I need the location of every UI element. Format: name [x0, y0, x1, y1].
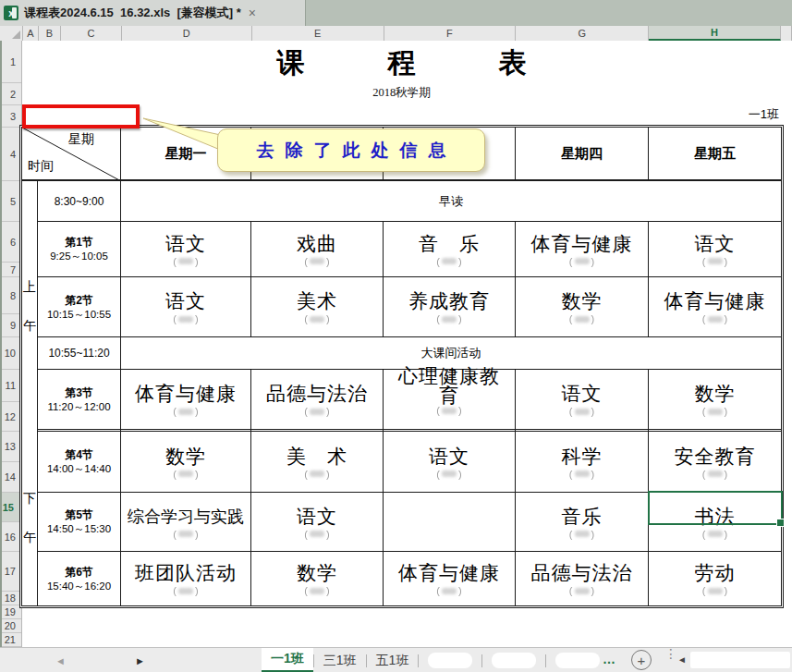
- sheet-tab-3[interactable]: 五1班: [367, 648, 419, 672]
- subject-cell[interactable]: 科学(): [516, 432, 649, 493]
- add-sheet-button[interactable]: +: [631, 650, 652, 670]
- row-header-20[interactable]: 20: [2, 619, 21, 633]
- teacher-name-censored: (): [569, 406, 594, 417]
- period-cell[interactable]: 第6节15:40～16:20: [38, 552, 121, 605]
- day-header-label: 星期五: [694, 145, 736, 163]
- col-header-H[interactable]: H: [649, 26, 781, 41]
- row-header-13[interactable]: 13: [2, 432, 21, 462]
- col-header-C[interactable]: C: [61, 26, 122, 41]
- row-header-14[interactable]: 14: [2, 462, 21, 493]
- subject-cell[interactable]: 体育与健康(): [516, 222, 649, 277]
- subject-cell[interactable]: 劳动(): [649, 552, 781, 605]
- row-header-10[interactable]: 10: [2, 337, 21, 370]
- close-icon[interactable]: ×: [249, 6, 256, 19]
- subject-cell[interactable]: 戏曲(): [251, 222, 384, 277]
- row-header-17[interactable]: 17: [2, 552, 21, 592]
- subject-cell[interactable]: 语文(): [516, 370, 649, 432]
- corner-cell-week-time[interactable]: 星期时间: [22, 128, 121, 181]
- sheet-tab-4[interactable]: [419, 648, 481, 672]
- day-header-cell[interactable]: 星期四: [516, 128, 649, 181]
- subject-cell[interactable]: 音 乐(): [384, 222, 516, 277]
- subject-cell[interactable]: 体育与健康(): [384, 552, 516, 605]
- horizontal-scrollbar[interactable]: [690, 652, 790, 668]
- subject-cell[interactable]: 语文(): [121, 277, 251, 337]
- select-all-corner[interactable]: [0, 26, 23, 41]
- row-header-16[interactable]: 16: [2, 522, 21, 552]
- censor-smudge: [708, 258, 723, 264]
- afternoon-label-cell[interactable]: 下午: [22, 432, 38, 605]
- subject-label: 语文: [695, 232, 736, 256]
- period-cell[interactable]: 第4节14:00～14:40: [38, 432, 121, 493]
- row-header-19[interactable]: 19: [2, 605, 21, 619]
- row-header-1[interactable]: 1: [2, 41, 21, 83]
- subject-cell[interactable]: 数学(): [516, 277, 649, 337]
- row-header-15[interactable]: 15: [2, 493, 21, 522]
- subject-cell[interactable]: [384, 493, 516, 552]
- subject-cell[interactable]: 班团队活动(): [121, 552, 251, 605]
- col-header-G[interactable]: G: [516, 26, 649, 41]
- row-header-9[interactable]: 9: [2, 314, 21, 337]
- row-header-5[interactable]: 5: [2, 181, 21, 222]
- subject-cell[interactable]: 语文(): [121, 222, 251, 277]
- subject-cell[interactable]: 心理健康教育(): [384, 370, 516, 432]
- col-header-D[interactable]: D: [122, 26, 252, 41]
- teacher-name-censored: (): [304, 313, 329, 324]
- row-header-18[interactable]: 18: [2, 592, 21, 605]
- subject-cell[interactable]: 品德与法治(): [516, 552, 649, 605]
- row-header-11[interactable]: 11: [2, 370, 21, 402]
- subject-cell[interactable]: 品德与法治(): [251, 370, 384, 432]
- hscroll-left-icon[interactable]: ◄: [677, 654, 687, 665]
- col-header-E[interactable]: E: [252, 26, 384, 41]
- subject-cell[interactable]: 语文(): [251, 493, 384, 552]
- subject-cell[interactable]: 安全教育(): [649, 432, 781, 493]
- subject-cell[interactable]: 数学(): [649, 370, 781, 432]
- sheet-tab-2[interactable]: 三1班: [314, 648, 366, 672]
- subject-cell[interactable]: 语文(): [649, 222, 781, 277]
- subject-cell[interactable]: 数学(): [121, 432, 251, 493]
- censor-smudge: [310, 409, 324, 415]
- row-header-4[interactable]: 4: [2, 128, 21, 181]
- teacher-name-censored: (): [304, 256, 329, 267]
- document-tab[interactable]: x 课程表2024.6.15 16.32.xls [兼容模式] * ×: [0, 0, 306, 26]
- sheet-tab-5[interactable]: [482, 648, 545, 672]
- morning-label-cell[interactable]: 上午: [22, 181, 38, 432]
- subject-cell[interactable]: 养成教育(): [384, 277, 516, 337]
- col-header-F[interactable]: F: [384, 26, 517, 41]
- sheet-tab-1[interactable]: 一1班: [262, 648, 313, 672]
- time-cell[interactable]: 8:30~9:00: [38, 181, 121, 222]
- tab-scroll-next-icon[interactable]: ►: [135, 648, 145, 672]
- row-header-7[interactable]: 7: [2, 263, 21, 277]
- row-header-12[interactable]: 12: [2, 402, 21, 432]
- row-header-2[interactable]: 2: [2, 83, 21, 105]
- subject-cell[interactable]: 美术(): [251, 277, 384, 337]
- row-header-3[interactable]: 3: [2, 105, 21, 128]
- active-cell-selection[interactable]: [648, 491, 783, 525]
- row-header-8[interactable]: 8: [2, 277, 21, 314]
- row-header-6[interactable]: 6: [2, 222, 21, 263]
- sheet-tab-6[interactable]: [546, 648, 609, 672]
- subject-cell[interactable]: 体育与健康(): [649, 277, 781, 337]
- tab-scroll-prev-icon[interactable]: ◄: [55, 648, 66, 672]
- subject-cell[interactable]: 综合学习与实践(): [121, 493, 251, 552]
- period-cell[interactable]: 第1节9:25～10:05: [38, 222, 121, 277]
- subject-cell[interactable]: 数学(): [251, 552, 384, 605]
- teacher-name-censored: (): [702, 469, 727, 480]
- subject-cell[interactable]: 体育与健康(): [121, 370, 251, 432]
- period-cell[interactable]: 第3节11:20～12:00: [38, 370, 121, 432]
- col-header-B[interactable]: B: [39, 26, 61, 41]
- subject-cell[interactable]: 音乐(): [516, 493, 649, 552]
- col-header-A[interactable]: A: [23, 26, 39, 41]
- subject-cell[interactable]: 美 术(): [251, 432, 384, 493]
- period-cell[interactable]: 第2节10:15～10:55: [38, 277, 121, 337]
- period-cell[interactable]: 第5节14:50～15:30: [38, 493, 121, 552]
- row-header-21[interactable]: 21: [2, 633, 21, 647]
- tab-overflow-ellipsis[interactable]: …: [603, 652, 616, 666]
- subject-cell[interactable]: 语文(): [384, 432, 516, 493]
- grip-dots-icon[interactable]: ⋮: [664, 651, 672, 657]
- fill-handle[interactable]: [776, 519, 785, 527]
- span-activity-cell[interactable]: 早读: [121, 181, 781, 222]
- censor-smudge: [178, 258, 193, 264]
- censor-smudge: [442, 408, 457, 414]
- day-header-cell[interactable]: 星期五: [649, 128, 781, 181]
- time-cell[interactable]: 10:55~11:20: [38, 337, 121, 370]
